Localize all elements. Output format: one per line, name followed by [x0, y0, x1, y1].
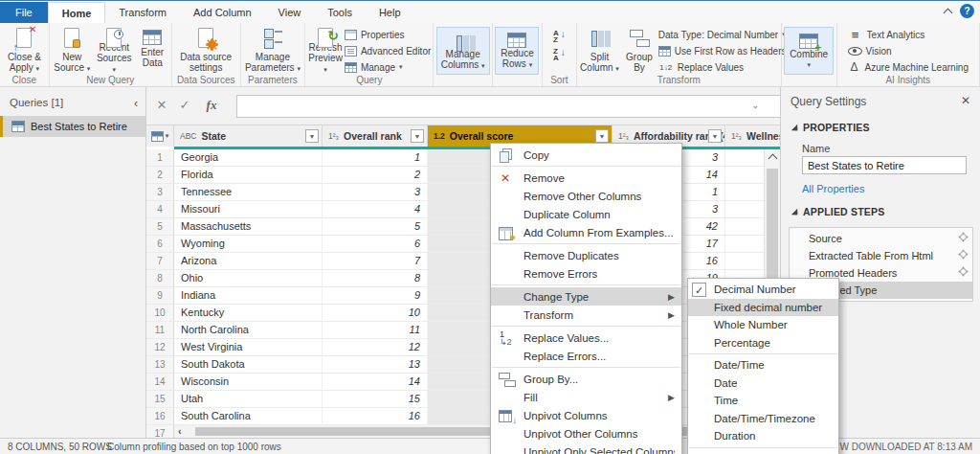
step-settings-gear-icon[interactable]	[960, 234, 967, 240]
close-panel-icon[interactable]: ✕	[961, 94, 970, 107]
state-cell[interactable]: South Dakota	[174, 356, 323, 374]
sort-descending-button[interactable]: ZA↓	[553, 48, 566, 61]
row-number-cell[interactable]: 7	[146, 253, 174, 270]
context-menu-item[interactable]: Change Type ▶	[491, 287, 681, 306]
context-menu-item[interactable]: Duplicate Column ▶	[491, 205, 681, 223]
state-cell[interactable]: Indiana	[174, 287, 323, 305]
context-menu-item[interactable]: Unpivot Columns ▶	[491, 406, 681, 424]
row-number-cell[interactable]: 5	[146, 218, 174, 236]
type-option[interactable]: ✓ Date	[688, 375, 838, 393]
collapse-queries-panel-icon[interactable]: ‹	[134, 97, 138, 110]
row-number-cell[interactable]: 12	[146, 339, 174, 356]
overall-rank-cell[interactable]: 8	[323, 270, 428, 287]
state-cell[interactable]: Missouri	[174, 201, 323, 218]
state-cell[interactable]: Tennessee	[174, 184, 323, 201]
combine-button[interactable]: Combine ▾	[784, 27, 834, 75]
overall-rank-cell[interactable]: 16	[323, 408, 428, 425]
filter-dropdown-icon[interactable]: ▼	[305, 129, 319, 143]
state-cell[interactable]: Massachusetts	[174, 218, 323, 236]
column-header-state[interactable]: ABCState ▼	[174, 125, 323, 147]
query-name-input[interactable]	[802, 156, 967, 174]
data-type-button[interactable]: Data Type: Decimal Number ▾	[658, 28, 779, 41]
row-number-cell[interactable]: 14	[146, 374, 174, 391]
row-number-cell[interactable]: 4	[146, 201, 174, 218]
context-menu-item[interactable]: Unpivot Other Columns ▶	[491, 424, 681, 443]
state-cell[interactable]: North Carolina	[174, 322, 323, 339]
state-cell[interactable]: Utah	[174, 391, 323, 408]
type-option[interactable]: ✓ Duration	[688, 427, 838, 445]
select-all-corner-button[interactable]: ▾	[146, 125, 174, 147]
tab-home[interactable]: Home	[48, 2, 106, 23]
tab-file[interactable]: File	[0, 2, 48, 23]
context-menu-item[interactable]: Remove Errors ▶	[491, 264, 681, 283]
overall-rank-cell[interactable]: 12	[323, 339, 428, 356]
context-menu-item[interactable]: Copy ▶	[491, 146, 681, 164]
state-cell[interactable]: West Virginia	[174, 339, 323, 356]
filter-dropdown-icon[interactable]: ▼	[411, 129, 424, 143]
type-option[interactable]: ✓ Decimal Number	[688, 281, 838, 299]
context-menu-item[interactable]: Remove Other Columns ▶	[491, 187, 681, 205]
applied-steps-section-header[interactable]: APPLIED STEPS	[791, 206, 884, 217]
overall-rank-cell[interactable]: 5	[323, 218, 428, 236]
overall-rank-cell[interactable]: 3	[323, 184, 428, 201]
type-option[interactable]: ✓ Date/Time/Timezone	[688, 410, 838, 428]
overall-rank-cell[interactable]: 13	[323, 356, 428, 374]
state-cell[interactable]: Wyoming	[174, 236, 323, 253]
overall-rank-cell[interactable]: 10	[323, 305, 428, 322]
column-header-wellness[interactable]: 1²₃Wellness	[725, 125, 780, 147]
refresh-preview-button[interactable]: Refresh Preview ▾	[307, 25, 344, 75]
type-option[interactable]: ✓ Whole Number	[688, 316, 838, 334]
tab-help[interactable]: Help	[366, 2, 414, 23]
close-apply-button[interactable]: ↑ Close & Apply ▾	[3, 25, 45, 75]
group-by-button[interactable]: Group By	[621, 25, 657, 75]
overall-rank-cell[interactable]: 6	[323, 236, 428, 253]
overall-rank-cell[interactable]: 1	[323, 149, 428, 167]
help-icon[interactable]: ?	[960, 4, 974, 18]
overall-rank-cell[interactable]: 11	[323, 322, 428, 339]
context-menu-item[interactable]: Fill ▶	[491, 388, 681, 406]
row-number-cell[interactable]: 15	[146, 391, 174, 408]
applied-step[interactable]: Source	[790, 230, 972, 247]
tab-transform[interactable]: Transform	[105, 2, 180, 23]
row-number-cell[interactable]: 10	[146, 305, 174, 322]
fx-icon[interactable]: fx	[202, 98, 221, 113]
type-option[interactable]: ✓ Percentage	[688, 334, 838, 352]
context-menu-item[interactable]: Replace Errors... ▶	[491, 347, 681, 365]
expand-formula-bar-icon[interactable]: ⌄	[751, 101, 759, 110]
reduce-rows-button[interactable]: Reduce Rows ▾	[495, 27, 539, 75]
replace-values-button[interactable]: 1↓2Replace Values	[658, 60, 779, 74]
commit-formula-button[interactable]: ✓	[175, 98, 194, 112]
context-menu-item[interactable]: Unpivot Only Selected Columns ▶	[491, 443, 681, 454]
query-item-best-states-to-retire[interactable]: Best States to Retire	[0, 116, 145, 137]
step-settings-gear-icon[interactable]	[960, 268, 967, 275]
state-cell[interactable]: Arizona	[174, 253, 323, 270]
state-cell[interactable]: Wisconsin	[174, 374, 323, 391]
new-source-button[interactable]: New Source ▾	[52, 25, 93, 75]
text-analytics-button[interactable]: ≡Text Analytics	[848, 28, 969, 41]
state-cell[interactable]: South Carolina	[174, 408, 323, 425]
type-option[interactable]: ✓ Date/Time	[688, 356, 838, 375]
type-option[interactable]: ✓ Time	[688, 392, 838, 410]
context-menu-item[interactable]: Replace Values... ▶	[491, 329, 681, 347]
type-option[interactable]: ✓ Fixed decimal number	[688, 299, 838, 317]
advanced-editor-button[interactable]: Advanced Editor	[345, 44, 431, 57]
row-number-cell[interactable]: 3	[146, 184, 174, 201]
state-cell[interactable]: Georgia	[174, 149, 323, 167]
tab-add-column[interactable]: Add Column	[180, 2, 265, 23]
row-number-cell[interactable]: 11	[146, 322, 174, 339]
status-profiling[interactable]: Column profiling based on top 1000 rows	[107, 442, 281, 452]
collapse-ribbon-icon[interactable]	[944, 7, 952, 15]
row-number-cell[interactable]: 2	[146, 167, 174, 184]
filter-dropdown-icon[interactable]: ▼	[708, 129, 722, 143]
applied-step[interactable]: Extracted Table From Html	[790, 247, 972, 264]
row-number-cell[interactable]: 8	[146, 270, 174, 287]
context-menu-item[interactable]: Remove Duplicates ▶	[491, 246, 681, 264]
row-number-cell[interactable]: 6	[146, 236, 174, 253]
row-number-cell[interactable]: 9	[146, 287, 174, 305]
context-menu-item[interactable]: Transform ▶	[491, 306, 681, 324]
overall-rank-cell[interactable]: 14	[323, 374, 428, 391]
state-cell[interactable]: Ohio	[174, 270, 323, 287]
row-number-cell[interactable]: 16	[146, 408, 174, 425]
overall-rank-cell[interactable]: 2	[323, 167, 428, 184]
column-header-overall-rank[interactable]: 1²₃Overall rank ▼	[323, 125, 428, 147]
